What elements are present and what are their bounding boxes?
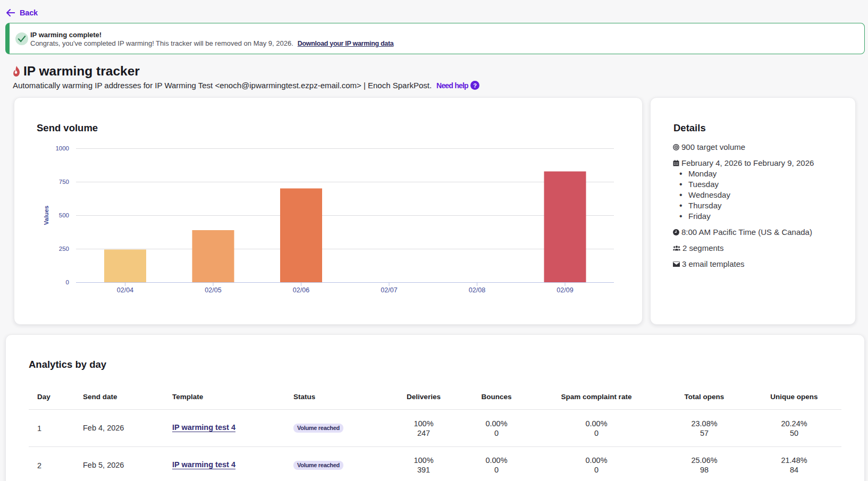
svg-text:02/07: 02/07	[381, 286, 397, 294]
svg-text:750: 750	[59, 179, 69, 185]
svg-text:02/05: 02/05	[205, 286, 221, 294]
svg-text:250: 250	[59, 246, 69, 252]
svg-text:0: 0	[66, 279, 69, 285]
svg-text:500: 500	[59, 212, 69, 218]
svg-text:02/08: 02/08	[469, 286, 485, 294]
svg-text:Values: Values	[43, 206, 49, 225]
svg-text:02/09: 02/09	[557, 286, 573, 294]
svg-text:02/04: 02/04	[117, 286, 133, 294]
svg-text:?: ?	[473, 82, 477, 89]
svg-text:02/06: 02/06	[293, 286, 309, 294]
svg-text:1000: 1000	[55, 145, 69, 151]
